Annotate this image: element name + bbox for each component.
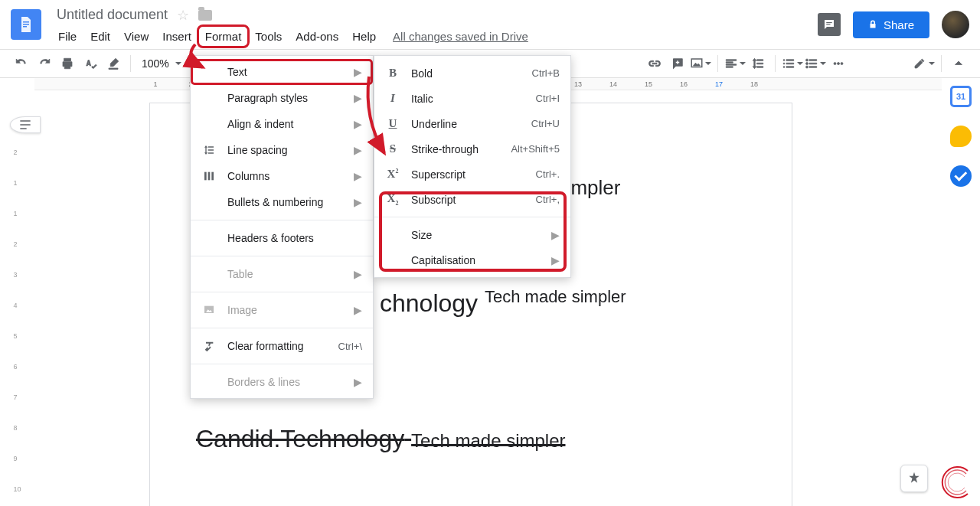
editing-mode-button[interactable] (913, 53, 935, 74)
bold-icon: B (385, 67, 400, 80)
subscript-icon: X2 (385, 192, 400, 207)
underline-icon: U (385, 117, 400, 130)
strikethrough-icon: S (385, 142, 400, 155)
format-bullets-numbering[interactable]: Bullets & numbering▶ (191, 189, 373, 215)
insert-link-button[interactable] (644, 53, 665, 74)
chevron-right-icon: ▶ (354, 66, 362, 78)
spellcheck-button[interactable] (80, 53, 101, 74)
star-icon[interactable]: ☆ (177, 7, 189, 24)
document-title[interactable]: Untitled document (57, 7, 168, 23)
overflow-button[interactable] (828, 53, 849, 74)
calendar-app-icon[interactable]: 31 (950, 86, 972, 107)
watermark-logo (937, 463, 975, 501)
format-image[interactable]: Image▶ (191, 297, 373, 323)
numbered-list-button[interactable] (782, 53, 803, 74)
format-menu: Text▶ Paragraph styles▶ Align & indent▶ … (190, 55, 374, 399)
columns-icon (201, 170, 217, 182)
svg-rect-12 (204, 172, 207, 181)
comments-icon[interactable] (818, 13, 841, 36)
format-align-indent[interactable]: Align & indent▶ (191, 111, 373, 137)
header-right: Share (818, 11, 969, 38)
format-headers-footers[interactable]: Headers & footers (191, 225, 373, 251)
side-panel: 31 (942, 78, 980, 187)
text-strikethrough[interactable]: SStrike-throughAlt+Shift+5 (374, 136, 570, 162)
format-columns[interactable]: Columns▶ (191, 163, 373, 189)
clear-format-icon (201, 340, 217, 352)
text-bold[interactable]: BBoldCtrl+B (374, 60, 570, 86)
text-underline[interactable]: UUnderlineCtrl+U (374, 111, 570, 136)
text-line-2: chnology Tech made simpler (380, 287, 626, 318)
svg-point-6 (806, 59, 808, 61)
folder-icon[interactable] (198, 10, 212, 21)
insert-image-button[interactable] (690, 53, 711, 74)
text-capitalisation[interactable]: Capitalisation▶ (374, 247, 570, 273)
format-text[interactable]: Text▶ (191, 59, 373, 85)
menu-edit[interactable]: Edit (84, 27, 116, 46)
format-table[interactable]: Table▶ (191, 261, 373, 287)
menu-tools[interactable]: Tools (249, 27, 288, 46)
menubar: File Edit View Insert Format Tools Add-o… (52, 27, 818, 46)
format-clear-formatting[interactable]: Clear formattingCtrl+\ (191, 333, 373, 359)
menu-file[interactable]: File (52, 27, 83, 46)
saved-message[interactable]: All changes saved in Drive (393, 27, 528, 46)
zoom-select[interactable]: 100% (137, 57, 186, 70)
share-label: Share (884, 18, 914, 31)
svg-rect-3 (826, 22, 832, 23)
text-submenu: BBoldCtrl+B IItalicCtrl+I UUnderlineCtrl… (374, 55, 571, 278)
redo-button[interactable] (34, 53, 55, 74)
svg-rect-1 (23, 24, 29, 25)
line-spacing-button[interactable] (747, 53, 769, 74)
svg-point-10 (838, 63, 840, 65)
docs-logo[interactable] (11, 9, 41, 40)
hide-menus-button[interactable] (948, 53, 969, 74)
bulleted-list-button[interactable] (805, 53, 826, 74)
menu-format[interactable]: Format (199, 27, 248, 46)
explore-button[interactable] (900, 465, 928, 492)
menu-view[interactable]: View (118, 27, 155, 46)
svg-point-9 (834, 63, 836, 65)
italic-icon: I (385, 92, 400, 105)
svg-point-7 (806, 63, 808, 65)
undo-button[interactable] (11, 53, 32, 74)
svg-rect-13 (208, 172, 211, 181)
vertical-ruler: 211234567891011 (13, 149, 21, 506)
menu-help[interactable]: Help (346, 27, 382, 46)
chevron-down-icon (175, 62, 181, 65)
svg-rect-2 (23, 26, 27, 28)
text-line-3: Candid.Technology Tech made simpler (196, 425, 566, 453)
paint-format-button[interactable] (103, 53, 124, 74)
share-button[interactable]: Share (853, 11, 929, 38)
print-button[interactable] (57, 53, 78, 74)
lock-icon (868, 19, 877, 30)
chevron-right-icon: ▶ (551, 229, 560, 241)
add-comment-button[interactable] (667, 53, 688, 74)
svg-rect-14 (211, 172, 214, 181)
text-italic[interactable]: IItalicCtrl+I (374, 86, 570, 111)
svg-rect-0 (23, 21, 29, 23)
text-superscript[interactable]: X2SuperscriptCtrl+. (374, 162, 570, 187)
title-area: Untitled document ☆ File Edit View Inser… (57, 4, 818, 46)
avatar[interactable] (942, 11, 969, 38)
format-line-spacing[interactable]: Line spacing▶ (191, 137, 373, 163)
format-paragraph-styles[interactable]: Paragraph styles▶ (191, 85, 373, 111)
menu-insert[interactable]: Insert (156, 27, 198, 46)
header: Untitled document ☆ File Edit View Inser… (0, 0, 980, 49)
format-borders-lines[interactable]: Borders & lines▶ (191, 369, 373, 395)
text-subscript[interactable]: X2SubscriptCtrl+, (374, 187, 570, 212)
svg-point-8 (806, 66, 808, 68)
chevron-right-icon: ▶ (551, 254, 560, 266)
image-icon (201, 304, 217, 316)
svg-point-11 (841, 63, 843, 65)
svg-rect-4 (826, 24, 830, 24)
menu-addons[interactable]: Add-ons (289, 27, 345, 46)
tasks-app-icon[interactable] (950, 165, 972, 187)
superscript-icon: X2 (385, 168, 400, 181)
text-size[interactable]: Size▶ (374, 222, 570, 247)
line-spacing-icon (201, 144, 217, 156)
keep-app-icon[interactable] (950, 126, 972, 147)
align-button[interactable] (724, 53, 746, 74)
